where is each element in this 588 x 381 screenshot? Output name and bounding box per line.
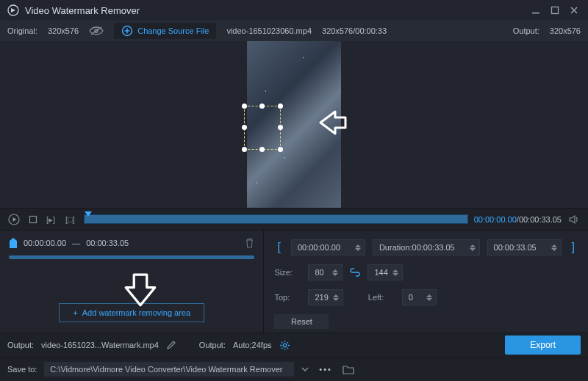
- step-forward-button[interactable]: [▸]: [46, 213, 59, 226]
- segment-item[interactable]: 00:00:00.00 — 00:00:33.05: [9, 238, 254, 248]
- spin-down[interactable]: [470, 248, 476, 251]
- time-range-row: [ 00:00:00.00 Duration:00:00:33.05 00:00…: [274, 239, 578, 255]
- start-time-input[interactable]: 00:00:00.00: [291, 239, 365, 255]
- delete-segment-button[interactable]: [245, 238, 254, 248]
- timeline-track[interactable]: [84, 214, 468, 224]
- height-input[interactable]: 144: [368, 264, 402, 280]
- svg-text:[□]: [□]: [65, 215, 75, 224]
- title-bar: Video Watermark Remover: [0, 0, 588, 21]
- spin-up[interactable]: [426, 294, 432, 297]
- original-label: Original:: [7, 26, 37, 35]
- width-input[interactable]: 80: [308, 264, 343, 280]
- volume-button[interactable]: [567, 213, 581, 226]
- play-button[interactable]: [7, 213, 21, 226]
- spin-down[interactable]: [332, 273, 338, 276]
- svg-text:[▸]: [▸]: [46, 215, 55, 224]
- source-dim-time: 320x576/00:00:33: [322, 26, 387, 35]
- info-bar: Original: 320x576 Change Source File vid…: [0, 21, 588, 41]
- watermark-selection-box[interactable]: [244, 106, 281, 150]
- app-title: Video Watermark Remover: [25, 5, 523, 16]
- preview-area: [0, 41, 588, 208]
- spin-up[interactable]: [333, 294, 339, 297]
- set-start-button[interactable]: [: [274, 241, 283, 254]
- tutorial-arrow-down-icon: [123, 273, 157, 307]
- left-label: Left:: [368, 293, 395, 302]
- timeline-playhead[interactable]: [85, 211, 92, 217]
- reset-row: Reset: [274, 314, 578, 329]
- segment-sep: —: [72, 239, 80, 247]
- svg-rect-7: [30, 216, 37, 222]
- current-time: 00:00:00.00: [474, 215, 517, 224]
- svg-rect-2: [552, 7, 559, 14]
- plus-circle-icon: [121, 25, 133, 37]
- resize-handle[interactable]: [242, 104, 247, 109]
- total-time: 00:00:33.05: [519, 215, 562, 224]
- aspect-lock-button[interactable]: [350, 267, 360, 277]
- segments-panel: 00:00:00.00 — 00:00:33.05 + Add watermar…: [0, 231, 264, 333]
- svg-point-10: [283, 344, 287, 347]
- spin-up[interactable]: [551, 244, 557, 247]
- playback-controls: [▸] [□] 00:00:00.00/00:00:33.05: [0, 208, 588, 230]
- output-format-value: Auto;24fps: [233, 341, 272, 349]
- app-icon: [7, 4, 19, 16]
- resize-handle[interactable]: [278, 125, 283, 130]
- resize-handle[interactable]: [259, 147, 265, 152]
- svg-rect-1: [532, 12, 539, 14]
- duration-input[interactable]: Duration:00:00:33.05: [373, 239, 480, 255]
- segment-marker-icon: [9, 238, 18, 248]
- spin-down[interactable]: [551, 248, 557, 251]
- plus-icon: +: [73, 308, 77, 317]
- spin-up[interactable]: [470, 244, 476, 247]
- size-row: Size: 80 144: [274, 264, 578, 280]
- top-input[interactable]: 219: [308, 289, 343, 305]
- settings-panels: 00:00:00.00 — 00:00:33.05 + Add watermar…: [0, 230, 588, 333]
- screenshot-button[interactable]: [□]: [65, 213, 78, 226]
- resize-handle[interactable]: [278, 104, 283, 109]
- spin-down[interactable]: [392, 273, 398, 276]
- save-bar: Save to: C:\Vidmore\Vidmore Video Conver…: [0, 357, 588, 381]
- change-source-button[interactable]: Change Source File: [114, 23, 216, 39]
- save-to-label: Save to:: [7, 365, 37, 374]
- resize-handle[interactable]: [259, 104, 265, 109]
- change-source-label: Change Source File: [137, 26, 209, 35]
- export-button[interactable]: Export: [505, 335, 581, 355]
- output-filename: video-1651023...Watermark.mp4: [41, 341, 159, 349]
- edit-filename-button[interactable]: [166, 341, 176, 350]
- segment-range-bar[interactable]: [9, 255, 254, 259]
- left-input[interactable]: 0: [402, 289, 437, 305]
- minimize-button[interactable]: [529, 4, 542, 17]
- reset-button[interactable]: Reset: [274, 314, 329, 329]
- spin-down[interactable]: [426, 298, 432, 301]
- spin-down[interactable]: [355, 248, 361, 251]
- preview-toggle-icon[interactable]: [89, 26, 104, 36]
- open-folder-button[interactable]: [343, 365, 354, 374]
- browse-path-button[interactable]: •••: [316, 365, 335, 374]
- save-path-input[interactable]: C:\Vidmore\Vidmore Video Converter\Video…: [44, 362, 294, 377]
- properties-panel: [ 00:00:00.00 Duration:00:00:33.05 00:00…: [264, 231, 588, 333]
- resize-handle[interactable]: [242, 147, 247, 152]
- resize-handle[interactable]: [242, 125, 247, 130]
- output-format-label: Output:: [199, 341, 226, 349]
- set-end-button[interactable]: ]: [569, 241, 578, 254]
- maximize-button[interactable]: [548, 4, 562, 17]
- output-file-label: Output:: [7, 341, 34, 349]
- output-settings-button[interactable]: [279, 340, 290, 351]
- output-dim: 320x576: [550, 26, 581, 35]
- spin-up[interactable]: [332, 269, 338, 272]
- output-dim-label: Output:: [513, 26, 539, 35]
- stop-button[interactable]: [26, 213, 40, 226]
- size-label: Size:: [274, 268, 301, 277]
- source-filename: video-1651023060.mp4: [226, 26, 312, 35]
- position-row: Top: 219 Left: 0: [274, 289, 578, 305]
- spin-up[interactable]: [355, 244, 361, 247]
- path-dropdown-button[interactable]: [301, 366, 309, 373]
- top-label: Top:: [274, 293, 301, 302]
- end-time-input[interactable]: 00:00:33.05: [487, 239, 562, 255]
- close-button[interactable]: [567, 4, 581, 17]
- tutorial-arrow-left-icon: [315, 106, 348, 139]
- spin-up[interactable]: [392, 269, 398, 272]
- original-dim: 320x576: [48, 26, 79, 35]
- add-area-label: Add watermark removing area: [82, 308, 190, 317]
- resize-handle[interactable]: [278, 147, 283, 152]
- spin-down[interactable]: [333, 298, 339, 301]
